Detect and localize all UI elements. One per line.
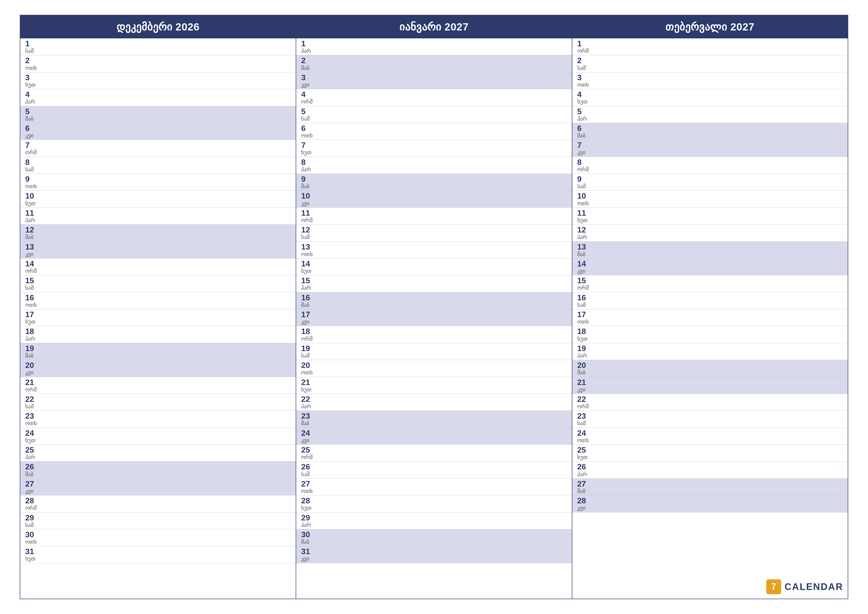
day-row: 12სამ — [296, 225, 572, 241]
months-grid: დეკემბერი 20261სამ2ოთხ3ხუთ4პარ5შაბ6კვი7ო… — [20, 15, 848, 599]
day-number: 30 — [301, 530, 567, 539]
day-name: კვი — [301, 82, 567, 88]
day-row: 3კვი — [296, 72, 572, 89]
day-number: 17 — [301, 310, 567, 319]
day-number: 18 — [301, 327, 567, 336]
day-number: 19 — [301, 344, 567, 353]
day-number: 21 — [301, 378, 567, 387]
day-number: 29 — [301, 513, 567, 522]
day-number: 25 — [577, 446, 843, 454]
day-row: 16სამ — [572, 292, 848, 309]
day-row: 9ოთხ — [20, 174, 296, 191]
day-row: 6კვი — [20, 123, 296, 140]
day-number: 1 — [577, 39, 843, 48]
day-row: 1პარ — [296, 38, 572, 55]
day-row: 13კვი — [20, 242, 296, 258]
day-number: 18 — [25, 327, 291, 336]
day-row: 9შაბ — [296, 174, 572, 191]
day-number: 22 — [25, 395, 291, 404]
day-name: კვი — [25, 370, 291, 376]
day-number: 4 — [577, 90, 843, 99]
day-name: ხუთ — [577, 99, 843, 105]
day-name: სამ — [301, 471, 567, 477]
day-number: 17 — [577, 310, 843, 319]
day-name: სამ — [301, 116, 567, 122]
day-name: კვი — [25, 488, 291, 494]
day-name: სამ — [301, 353, 567, 359]
day-row: 10ხუთ — [20, 191, 296, 207]
day-name: ორშ — [25, 268, 291, 274]
day-number: 31 — [301, 547, 567, 556]
day-number: 11 — [301, 209, 567, 218]
day-row: 15სამ — [20, 275, 296, 292]
month-column-2: თებერვალი 20271ორშ2სამ3ოთხ4ხუთ5პარ6შაბ7კ… — [572, 15, 848, 599]
day-number: 10 — [25, 192, 291, 200]
day-number: 22 — [301, 395, 567, 404]
day-row: 29სამ — [20, 513, 296, 529]
day-row: 24ხუთ — [20, 428, 296, 445]
days-container-1: 1პარ2შაბ3კვი4ორშ5სამ6ოთხ7ხუთ8პარ9შაბ10კვ… — [296, 38, 572, 598]
month-column-0: დეკემბერი 20261სამ2ოთხ3ხუთ4პარ5შაბ6კვი7ო… — [20, 15, 296, 599]
day-name: შაბ — [577, 488, 843, 494]
day-number: 14 — [301, 260, 567, 268]
day-row: 1სამ — [20, 38, 296, 55]
day-name: კვი — [25, 251, 291, 257]
day-name: ხუთ — [25, 319, 291, 325]
day-number: 3 — [577, 73, 843, 82]
day-name: პარ — [301, 522, 567, 528]
day-number: 9 — [25, 175, 291, 183]
day-name: პარ — [577, 471, 843, 477]
day-name: შაბ — [301, 302, 567, 308]
day-number: 14 — [25, 260, 291, 268]
day-name: სამ — [577, 65, 843, 71]
day-number: 18 — [577, 327, 843, 336]
day-number: 3 — [301, 73, 567, 82]
day-name: ხუთ — [577, 454, 843, 460]
day-number: 25 — [25, 446, 291, 454]
day-row: 31კვი — [296, 546, 572, 563]
day-number: 10 — [577, 192, 843, 200]
day-name: ორშ — [25, 387, 291, 393]
day-name: ორშ — [25, 149, 291, 155]
day-name: სამ — [25, 48, 291, 54]
day-name: შაბ — [577, 370, 843, 376]
day-row: 17ოთხ — [572, 309, 848, 326]
day-row: 16შაბ — [296, 292, 572, 309]
day-number: 16 — [301, 294, 567, 302]
day-row: 27ოთხ — [296, 479, 572, 496]
day-number: 15 — [577, 276, 843, 285]
day-row: 1ორშ — [572, 38, 848, 55]
day-name: კვი — [301, 437, 567, 443]
day-row: 19პარ — [572, 343, 848, 360]
day-row: 14ხუთ — [296, 258, 572, 275]
day-name: შაბ — [301, 183, 567, 190]
day-number: 2 — [301, 56, 567, 65]
day-number: 1 — [25, 39, 291, 48]
day-number: 5 — [25, 107, 291, 116]
day-row: 28ორშ — [20, 496, 296, 512]
day-row: 11ხუთ — [572, 208, 848, 225]
day-name: ოთხ — [25, 65, 291, 71]
day-number: 21 — [25, 378, 291, 387]
day-number: 7 — [25, 141, 291, 149]
day-number: 16 — [25, 294, 291, 302]
day-number: 12 — [577, 225, 843, 234]
day-number: 13 — [301, 242, 567, 251]
day-number: 19 — [577, 344, 843, 353]
day-name: შაბ — [25, 471, 291, 477]
day-number: 24 — [577, 429, 843, 437]
month-header-0: დეკემბერი 2026 — [20, 16, 296, 38]
day-row: 24ოთხ — [572, 428, 848, 445]
day-name: სამ — [577, 420, 843, 426]
day-number: 26 — [301, 462, 567, 471]
day-number: 25 — [301, 446, 567, 454]
day-name: შაბ — [301, 539, 567, 545]
day-number: 13 — [577, 242, 843, 251]
day-number: 4 — [301, 90, 567, 99]
day-row: 16ოთხ — [20, 292, 296, 309]
day-number: 6 — [25, 124, 291, 133]
day-row: 22პარ — [296, 394, 572, 411]
day-number: 28 — [25, 496, 291, 505]
day-name: ხუთ — [25, 82, 291, 88]
day-number: 26 — [577, 462, 843, 471]
